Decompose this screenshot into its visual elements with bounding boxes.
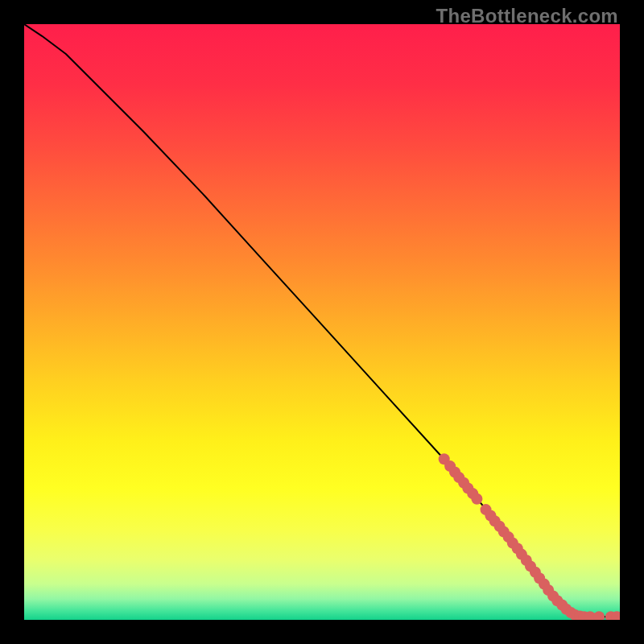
chart-frame: TheBottleneck.com xyxy=(0,0,644,644)
gradient-background xyxy=(24,24,620,620)
chart-svg xyxy=(24,24,620,620)
data-marker xyxy=(471,493,482,505)
plot-area xyxy=(24,24,620,620)
